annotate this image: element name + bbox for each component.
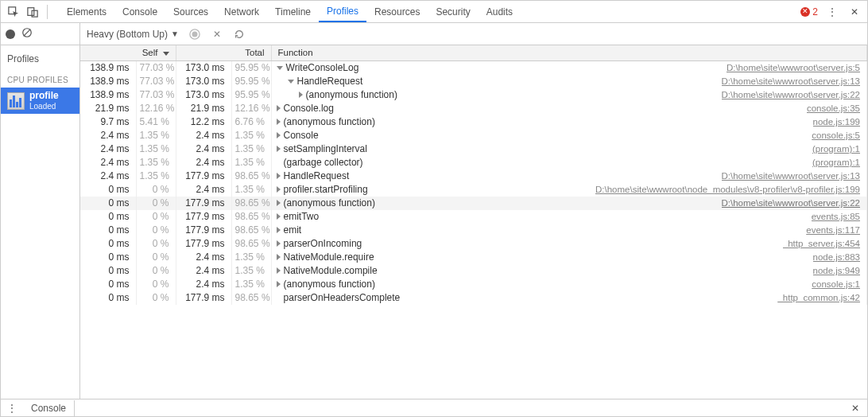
function-name: (garbage collector) xyxy=(284,157,363,168)
table-row[interactable]: 138.9 ms77.03 %173.0 ms95.95 %WriteConso… xyxy=(80,60,867,75)
table-row[interactable]: 21.9 ms12.16 %21.9 ms12.16 %Console.logc… xyxy=(80,102,867,115)
expand-toggle-icon[interactable] xyxy=(277,186,281,193)
clear-button[interactable] xyxy=(21,27,33,41)
tab-timeline[interactable]: Timeline xyxy=(267,1,319,22)
source-link[interactable]: events.js:85 xyxy=(812,212,860,221)
tab-security[interactable]: Security xyxy=(428,1,478,22)
tab-console[interactable]: Console xyxy=(114,1,165,22)
function-name: setSamplingInterval xyxy=(284,143,367,154)
source-link[interactable]: D:\home\site\wwwroot\server.js:13 xyxy=(722,171,860,181)
table-row[interactable]: 0 ms0 %2.4 ms1.35 %NativeModule.compilen… xyxy=(80,264,867,278)
col-self[interactable]: Self xyxy=(80,45,176,60)
function-name: (anonymous function) xyxy=(306,89,397,100)
source-link[interactable]: D:\home\site\wwwroot\server.js:5 xyxy=(727,63,860,72)
source-link[interactable]: (program):1 xyxy=(812,158,860,167)
table-row[interactable]: 0 ms0 %177.9 ms98.65 %(anonymous functio… xyxy=(80,197,867,210)
source-link[interactable]: _http_common.js:42 xyxy=(777,293,860,302)
source-link[interactable]: D:\home\site\wwwroot\server.js:22 xyxy=(722,198,860,208)
source-link[interactable]: console.js:1 xyxy=(812,279,860,289)
expand-toggle-icon[interactable] xyxy=(277,173,281,179)
source-link[interactable]: node.js:949 xyxy=(813,266,860,275)
source-link[interactable]: D:\home\site\wwwroot\server.js:13 xyxy=(722,76,860,86)
table-row[interactable]: 0 ms0 %177.9 ms98.65 %parserOnIncoming_h… xyxy=(80,237,867,251)
table-row[interactable]: 0 ms0 %177.9 ms98.65 %emitevents.js:117 xyxy=(80,224,867,237)
expand-toggle-icon[interactable] xyxy=(277,66,283,70)
cell-self-pct: 1.35 % xyxy=(136,156,176,170)
cell-self-ms: 2.4 ms xyxy=(80,129,136,142)
tab-network[interactable]: Network xyxy=(216,1,267,22)
table-row[interactable]: 2.4 ms1.35 %2.4 ms1.35 %Consoleconsole.j… xyxy=(80,129,867,142)
function-name: (anonymous function) xyxy=(284,197,375,208)
col-total[interactable]: Total xyxy=(176,45,271,60)
device-mode-icon[interactable] xyxy=(25,4,41,20)
cell-total-ms: 2.4 ms xyxy=(176,129,231,142)
col-function[interactable]: Function xyxy=(271,45,866,60)
drawer-tab-console[interactable]: Console xyxy=(23,400,75,416)
table-row[interactable]: 0 ms0 %2.4 ms1.35 %NativeModule.requiren… xyxy=(80,251,867,264)
expand-toggle-icon[interactable] xyxy=(277,227,281,233)
function-name: (anonymous function) xyxy=(284,116,375,127)
close-devtools-icon[interactable]: ✕ xyxy=(847,4,862,20)
expand-toggle-icon[interactable] xyxy=(277,240,281,247)
table-row[interactable]: 2.4 ms1.35 %177.9 ms98.65 %HandleRequest… xyxy=(80,170,867,183)
expand-toggle-icon[interactable] xyxy=(277,132,281,138)
table-row[interactable]: 0 ms0 %177.9 ms98.65 %parserOnHeadersCom… xyxy=(80,291,867,305)
expand-toggle-icon[interactable] xyxy=(277,213,281,220)
table-row[interactable]: 138.9 ms77.03 %173.0 ms95.95 %HandleRequ… xyxy=(80,75,867,88)
table-row[interactable]: 0 ms0 %2.4 ms1.35 %profiler.startProfili… xyxy=(80,183,867,197)
tab-profiles[interactable]: Profiles xyxy=(319,1,366,22)
expand-toggle-icon[interactable] xyxy=(277,200,281,206)
error-badge[interactable]: ✕ 2 xyxy=(800,6,818,18)
expand-toggle-icon[interactable] xyxy=(299,92,303,98)
expand-toggle-icon[interactable] xyxy=(277,105,281,111)
cell-total-ms: 177.9 ms xyxy=(176,224,231,237)
more-menu-icon[interactable]: ⋮ xyxy=(824,4,840,20)
function-name: HandleRequest xyxy=(284,170,350,181)
expand-toggle-icon[interactable] xyxy=(277,267,281,274)
expand-toggle-icon[interactable] xyxy=(277,254,281,260)
cell-self-ms: 9.7 ms xyxy=(80,115,136,129)
cell-total-ms: 173.0 ms xyxy=(176,60,231,75)
profile-entry[interactable]: profile Loaded xyxy=(1,88,79,114)
table-row[interactable]: 138.9 ms77.03 %173.0 ms95.95 %(anonymous… xyxy=(80,88,867,102)
source-link[interactable]: (program):1 xyxy=(812,144,860,154)
tab-resources[interactable]: Resources xyxy=(366,1,428,22)
expand-toggle-icon[interactable] xyxy=(288,80,294,84)
record-button[interactable] xyxy=(6,29,15,39)
cell-function: (anonymous function)console.js:1 xyxy=(271,278,866,291)
table-row[interactable]: 0 ms0 %177.9 ms98.65 %emitTwoevents.js:8… xyxy=(80,210,867,224)
exclude-icon[interactable]: ✕ xyxy=(211,28,223,41)
source-link[interactable]: events.js:117 xyxy=(806,225,860,235)
function-name: (anonymous function) xyxy=(284,279,375,290)
cell-function: setSamplingInterval(program):1 xyxy=(271,142,866,156)
table-row[interactable]: 0 ms0 %2.4 ms1.35 %(anonymous function)c… xyxy=(80,278,867,291)
profile-name: profile xyxy=(29,91,59,102)
expand-toggle-icon[interactable] xyxy=(277,119,281,125)
view-mode-dropdown[interactable]: Heavy (Bottom Up) ▼ xyxy=(87,29,179,40)
source-link[interactable]: D:\home\site\wwwroot\server.js:22 xyxy=(722,90,860,99)
focus-icon[interactable] xyxy=(188,28,201,41)
table-row[interactable]: 2.4 ms1.35 %2.4 ms1.35 %(garbage collect… xyxy=(80,156,867,170)
source-link[interactable]: console.js:35 xyxy=(807,103,860,113)
tab-audits[interactable]: Audits xyxy=(479,1,521,22)
cell-function: (garbage collector)(program):1 xyxy=(271,156,866,170)
source-link[interactable]: D:\home\site\wwwroot\node_modules\v8-pro… xyxy=(595,185,860,194)
source-link[interactable]: node.js:883 xyxy=(813,252,860,262)
cell-self-pct: 0 % xyxy=(136,224,176,237)
source-link[interactable]: console.js:5 xyxy=(812,131,860,140)
inspect-element-icon[interactable] xyxy=(6,4,21,20)
refresh-icon[interactable] xyxy=(233,28,246,41)
drawer-close-icon[interactable]: ✕ xyxy=(848,403,862,414)
cell-self-pct: 0 % xyxy=(136,197,176,210)
cell-total-ms: 177.9 ms xyxy=(176,197,231,210)
source-link[interactable]: _http_server.js:454 xyxy=(783,239,860,248)
expand-toggle-icon[interactable] xyxy=(277,146,281,152)
drawer-menu-icon[interactable]: ⋮ xyxy=(6,403,18,414)
source-link[interactable]: node.js:199 xyxy=(813,117,860,127)
expand-toggle-icon[interactable] xyxy=(277,281,281,287)
tab-elements[interactable]: Elements xyxy=(59,1,114,22)
chevron-down-icon: ▼ xyxy=(171,29,179,38)
table-row[interactable]: 2.4 ms1.35 %2.4 ms1.35 %setSamplingInter… xyxy=(80,142,867,156)
table-row[interactable]: 9.7 ms5.41 %12.2 ms6.76 %(anonymous func… xyxy=(80,115,867,129)
tab-sources[interactable]: Sources xyxy=(165,1,216,22)
